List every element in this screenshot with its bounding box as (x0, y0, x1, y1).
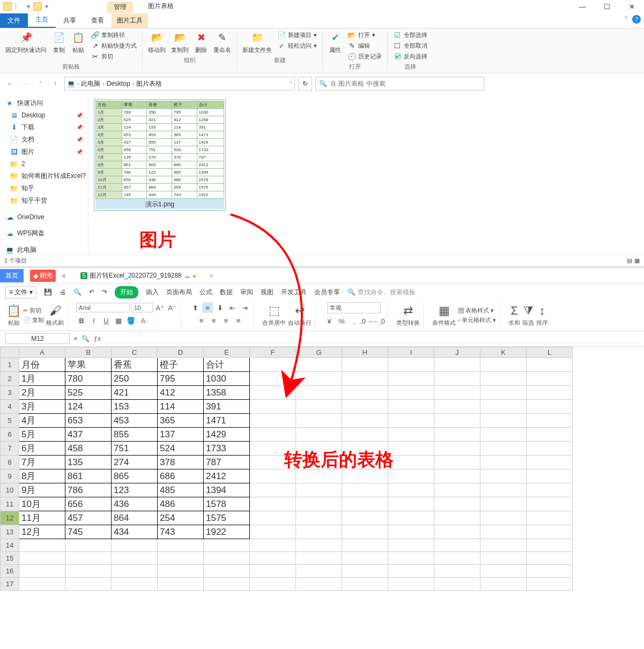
cell[interactable] (250, 428, 296, 442)
cell[interactable] (112, 565, 158, 578)
back-button[interactable]: ← (4, 78, 16, 89)
move-to-button[interactable]: 📂移动到 (148, 31, 166, 54)
cell[interactable]: 11月 (19, 511, 65, 525)
cell[interactable] (342, 428, 388, 442)
nav-folder-2[interactable]: 📁2 (2, 158, 86, 170)
cell[interactable] (527, 552, 573, 565)
indent-increase-button[interactable]: ⇥ (239, 302, 250, 313)
view-switch[interactable]: ▤▦ (627, 257, 640, 264)
cell[interactable]: 1575 (204, 511, 250, 525)
cut-button[interactable]: ✂ 剪切 (23, 307, 44, 315)
menu-data[interactable]: 数据 (220, 288, 233, 297)
nav-quick-access[interactable]: ★快速访问 (2, 97, 86, 109)
properties-button[interactable]: ✔属性 (328, 31, 342, 54)
menu-layout[interactable]: 页面布局 (166, 288, 192, 297)
cell[interactable] (388, 565, 434, 578)
cell[interactable]: 486 (158, 497, 204, 511)
cell[interactable] (342, 525, 388, 539)
rename-button[interactable]: ✎重命名 (213, 31, 231, 54)
cell[interactable] (342, 469, 388, 483)
sort-button[interactable]: ↕排序 (536, 304, 548, 327)
column-header[interactable]: K (480, 347, 527, 358)
cell[interactable] (342, 511, 388, 525)
cell[interactable] (480, 442, 527, 456)
cell[interactable] (250, 525, 296, 539)
select-all-button[interactable]: ☑全部选择 (393, 31, 427, 39)
cell[interactable] (296, 358, 342, 372)
cell[interactable]: 745 (65, 525, 112, 539)
tab-view[interactable]: 查看 (84, 13, 112, 28)
menu-insert[interactable]: 插入 (146, 288, 159, 297)
cell[interactable] (65, 565, 112, 578)
cell[interactable]: 391 (204, 400, 250, 414)
cell[interactable] (388, 511, 434, 525)
cell[interactable] (296, 372, 342, 386)
cell[interactable] (434, 414, 480, 428)
cell[interactable] (480, 483, 527, 497)
align-right-button[interactable]: ≡ (221, 315, 232, 326)
currency-button[interactable]: ¥ (324, 316, 335, 326)
qat-undo-icon[interactable]: ↶ (89, 288, 94, 296)
cell[interactable]: 8月 (19, 469, 65, 483)
delete-button[interactable]: ✖删除 (194, 31, 208, 54)
cell[interactable] (527, 386, 573, 400)
cell[interactable] (204, 565, 250, 578)
new-tab-button[interactable]: ＋ (202, 269, 221, 282)
cell[interactable] (480, 552, 527, 565)
border-button[interactable]: ▦ (113, 315, 124, 326)
cell[interactable] (388, 497, 434, 511)
cell[interactable]: 香蕉 (112, 358, 158, 372)
cell[interactable]: 485 (158, 483, 204, 497)
cell[interactable] (434, 442, 480, 456)
nav-folder-howto[interactable]: 📁如何将图片转成Excel? (2, 170, 86, 182)
cell[interactable] (250, 483, 296, 497)
cell[interactable] (434, 400, 480, 414)
cell[interactable] (296, 511, 342, 525)
filter-button[interactable]: ⧩筛选 (522, 304, 534, 327)
folder-icon[interactable] (3, 2, 12, 11)
cell[interactable] (19, 578, 65, 591)
cell[interactable] (388, 400, 434, 414)
qat-redo-icon[interactable]: ↷ (102, 288, 107, 296)
indent-decrease-button[interactable]: ⇤ (227, 302, 238, 313)
row-header[interactable]: 9 (1, 469, 19, 483)
align-middle-button[interactable]: ≡ (202, 302, 213, 313)
align-bottom-button[interactable]: ⬇ (214, 302, 225, 313)
cell[interactable] (527, 358, 573, 372)
cell[interactable]: 250 (112, 372, 158, 386)
cell[interactable]: 421 (112, 386, 158, 400)
menu-review[interactable]: 审阅 (240, 288, 253, 297)
cell[interactable] (250, 578, 296, 591)
qat-dropdown-icon[interactable]: ▾ (27, 3, 30, 10)
cell[interactable] (342, 456, 388, 469)
ribbon-collapse-icon[interactable]: ˄ (625, 16, 628, 24)
column-header[interactable]: A (19, 347, 65, 358)
maximize-button[interactable]: ☐ (595, 0, 619, 13)
cell[interactable]: 457 (65, 511, 112, 525)
justify-button[interactable]: ≡ (233, 315, 244, 326)
wrap-button[interactable]: ↩自动换行 (288, 304, 312, 327)
cell[interactable] (296, 442, 342, 456)
cell[interactable]: 795 (158, 372, 204, 386)
cell[interactable] (388, 414, 434, 428)
cell[interactable] (434, 428, 480, 442)
cell[interactable]: 653 (65, 414, 112, 428)
column-header[interactable]: D (158, 347, 204, 358)
cell[interactable] (342, 358, 388, 372)
merge-button[interactable]: ⬚合并居中 (262, 304, 286, 327)
cell[interactable] (527, 525, 573, 539)
sum-button[interactable]: Σ求和 (508, 304, 520, 327)
cell[interactable]: 2412 (204, 469, 250, 483)
cell[interactable] (388, 372, 434, 386)
nav-zhihu[interactable]: 📁知乎 (2, 182, 86, 195)
search-box[interactable]: 🔍 (315, 77, 484, 91)
cell[interactable]: 1922 (204, 525, 250, 539)
cell[interactable] (296, 456, 342, 469)
cell[interactable] (250, 414, 296, 428)
cell[interactable]: 10月 (19, 497, 65, 511)
cell[interactable] (480, 511, 527, 525)
zoom-icon[interactable]: 🔍 (82, 335, 90, 342)
cell[interactable] (480, 428, 527, 442)
cell[interactable]: 254 (158, 511, 204, 525)
cell[interactable] (296, 483, 342, 497)
